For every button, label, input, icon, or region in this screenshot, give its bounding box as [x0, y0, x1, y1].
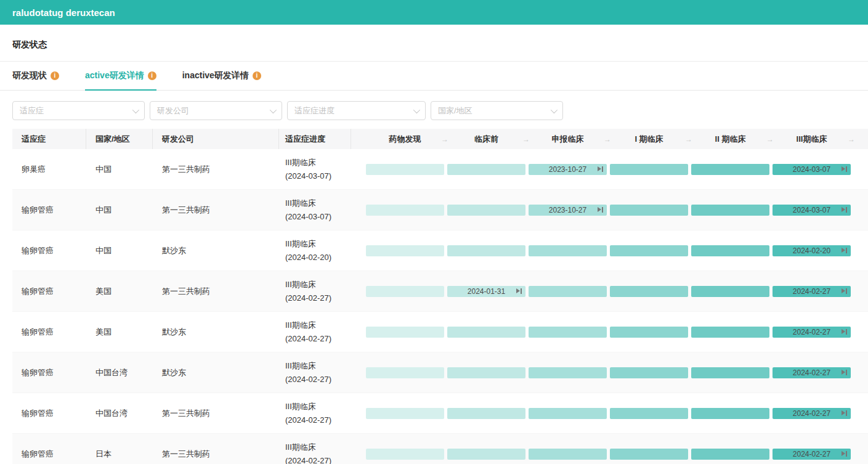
stage-segment[interactable]: 2024-01-31 [447, 286, 525, 297]
progress-filter-select[interactable]: 适应症进度 [287, 101, 426, 120]
pipeline-bars: 2023-10-272024-03-07 [351, 164, 868, 175]
tab-active-rd-details[interactable]: active研发详情 [85, 62, 156, 90]
stage-segment[interactable] [529, 367, 607, 378]
info-icon[interactable] [148, 71, 156, 80]
step-forward-icon[interactable] [598, 207, 603, 213]
progress-phase: III期临床 [285, 359, 316, 373]
stage-segment[interactable] [610, 205, 688, 216]
cell-company: 默沙东 [153, 327, 279, 338]
step-forward-icon[interactable] [842, 248, 847, 253]
stage-segment[interactable] [691, 205, 769, 216]
stage-segment[interactable]: 2024-02-27 [773, 286, 851, 297]
pipeline-bars: 2023-10-272024-03-07 [351, 205, 868, 216]
stage-segment[interactable] [529, 408, 607, 419]
stage-segment[interactable] [691, 164, 769, 175]
stage-segment[interactable] [691, 286, 769, 297]
stage-segment[interactable] [366, 205, 444, 216]
tab-inactive-rd-details[interactable]: inactive研发详情 [182, 62, 261, 90]
stage-segment[interactable] [447, 327, 525, 338]
pipeline-bars: 2024-02-20 [351, 245, 868, 256]
tab-bar: 研发现状 active研发详情 inactive研发详情 [0, 62, 868, 91]
table-row: 输卵管癌 中国 默沙东 III期临床 (2024-02-20) 2024-02-… [12, 230, 868, 271]
stage-segment[interactable] [610, 286, 688, 297]
stage-segment[interactable] [447, 205, 525, 216]
region-filter-select[interactable]: 国家/地区 [431, 101, 563, 120]
stage-segment[interactable]: 2024-02-27 [773, 408, 851, 419]
stage-segment[interactable] [610, 245, 688, 256]
table-header: 适应症 国家/地区 研发公司 适应症进度 药物发现→ 临床前→ 申报临床→ I … [12, 129, 868, 149]
select-placeholder: 适应症进度 [294, 105, 335, 116]
step-forward-icon[interactable] [842, 166, 847, 172]
stage-segment[interactable]: 2024-02-27 [773, 449, 851, 460]
progress-phase: III期临床 [285, 319, 316, 332]
indication-filter-select[interactable]: 适应症 [12, 101, 145, 120]
tab-label: 研发现状 [12, 70, 47, 81]
progress-date: (2024-02-27) [285, 291, 331, 305]
stage-segment[interactable]: 2024-03-07 [773, 164, 851, 175]
stage-segment[interactable] [447, 245, 525, 256]
stage-segment[interactable] [529, 286, 607, 297]
stage-segment[interactable] [447, 164, 525, 175]
company-filter-select[interactable]: 研发公司 [150, 101, 282, 120]
cell-region: 日本 [86, 449, 153, 460]
stage-segment[interactable] [691, 449, 769, 460]
stage-segment[interactable] [610, 367, 688, 378]
stage-segment[interactable]: 2024-02-27 [773, 327, 851, 338]
stage-segment[interactable] [610, 408, 688, 419]
step-forward-icon[interactable] [598, 166, 603, 172]
progress-phase: III期临床 [285, 237, 316, 251]
step-forward-icon[interactable] [842, 207, 847, 213]
tab-rd-status[interactable]: 研发现状 [12, 62, 59, 90]
stage-segment[interactable] [366, 408, 444, 419]
select-placeholder: 适应症 [20, 105, 44, 116]
stage-segment[interactable] [691, 367, 769, 378]
stage-segment[interactable] [366, 449, 444, 460]
stage-segment[interactable] [447, 367, 525, 378]
info-icon[interactable] [51, 71, 59, 80]
stage-segment[interactable] [529, 245, 607, 256]
progress-phase: III期临床 [285, 400, 316, 413]
cell-indication: 输卵管癌 [12, 408, 86, 419]
stage-segment[interactable] [529, 449, 607, 460]
stage-segment[interactable]: 2023-10-27 [529, 164, 607, 175]
cell-indication: 输卵管癌 [12, 205, 86, 216]
stage-segment[interactable] [366, 367, 444, 378]
stage-date: 2024-03-07 [793, 206, 830, 214]
step-forward-icon[interactable] [516, 288, 522, 294]
progress-date: (2024-02-20) [285, 251, 331, 264]
stage-segment[interactable] [691, 327, 769, 338]
stage-segment[interactable]: 2023-10-27 [529, 205, 607, 216]
stage-segment[interactable]: 2024-02-20 [773, 245, 851, 256]
stage-segment[interactable] [529, 327, 607, 338]
stage-segment[interactable] [366, 245, 444, 256]
step-forward-icon[interactable] [842, 410, 847, 416]
stage-date: 2024-02-27 [793, 368, 830, 377]
stage-segment[interactable] [366, 286, 444, 297]
step-forward-icon[interactable] [842, 288, 847, 294]
stage-segment[interactable] [366, 327, 444, 338]
cell-company: 第一三共制药 [153, 164, 279, 175]
stage-date: 2024-02-27 [793, 328, 830, 336]
progress-phase: III期临床 [285, 197, 316, 210]
app-header: raludotatug deruxtecan [0, 0, 868, 25]
info-icon[interactable] [253, 71, 261, 80]
table-body: 卵巢癌 中国 第一三共制药 III期临床 (2024-03-07) 2023-1… [12, 149, 868, 464]
stage-segment[interactable]: 2024-03-07 [773, 205, 851, 216]
stage-segment[interactable] [447, 408, 525, 419]
stage-segment[interactable] [691, 408, 769, 419]
stage-segment[interactable] [366, 164, 444, 175]
step-forward-icon[interactable] [842, 451, 847, 457]
stage-segment[interactable] [447, 449, 525, 460]
stage-segment[interactable] [610, 449, 688, 460]
step-forward-icon[interactable] [842, 329, 847, 335]
cell-progress: III期临床 (2024-02-27) [279, 400, 351, 427]
table-row: 输卵管癌 中国台湾 默沙东 III期临床 (2024-02-27) 2024-0… [12, 352, 868, 393]
stage-segment[interactable] [610, 164, 688, 175]
step-forward-icon[interactable] [842, 370, 847, 375]
stage-header-ind-filing: 申报临床→ [529, 134, 607, 145]
stage-segment[interactable] [691, 245, 769, 256]
pipeline-bars: 2024-02-27 [351, 449, 868, 460]
stage-segment[interactable]: 2024-02-27 [773, 367, 851, 378]
cell-indication: 卵巢癌 [12, 164, 86, 175]
stage-segment[interactable] [610, 327, 688, 338]
